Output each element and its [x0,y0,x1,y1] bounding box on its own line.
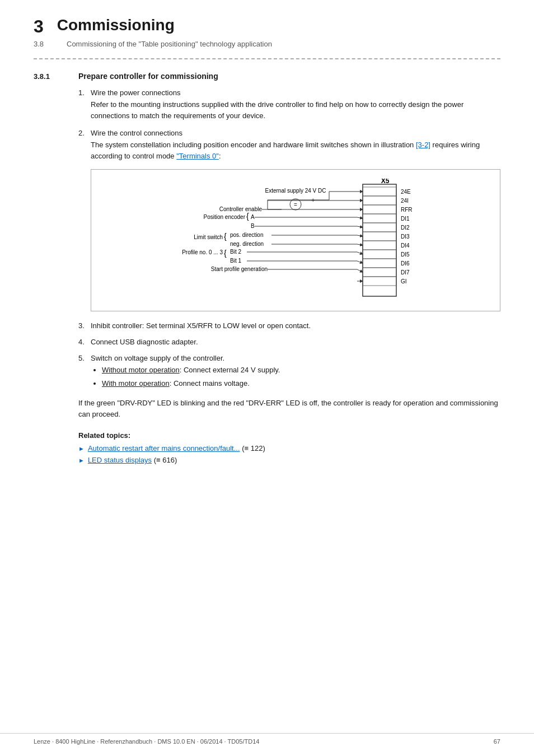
dashed-divider [34,58,500,59]
terminal-24i: 24I [401,198,409,204]
pos-enc-label: Position encoder [204,214,246,220]
terminal-di5: DI5 [401,251,410,258]
terminal-di2: DI2 [401,225,410,231]
terminal-rfr: RFR [401,207,413,213]
link-automatic-restart[interactable]: Automatic restart after mains connection… [88,444,240,452]
profile-no-label: Profile no. 0 ... 3 [182,249,223,255]
x5-label: X5 [381,179,390,185]
steps-list: Wire the power connections Refer to the … [91,88,500,389]
step-1-description: Refer to the mounting instructions suppl… [91,99,500,121]
bullet-with-motor: With motor operation: Connect mains volt… [102,378,500,389]
chapter-number: 3 [34,17,44,36]
svg-line-36 [357,252,363,254]
svg-line-28 [357,217,363,218]
diagram-svg: X5 24E 24I RFR [139,179,452,302]
with-motor-text: With motor operation [102,379,170,388]
wiring-diagram: X5 24E 24I RFR [91,169,500,311]
terminal-di7: DI7 [401,269,410,276]
step-4-label: Connect USB diagnostic adapter. [91,338,500,346]
related-link-1: ► Automatic restart after mains connecti… [78,444,500,452]
related-topics-label: Related topics: [78,431,500,440]
terminal-gi: GI [401,278,407,284]
related-link-2: ► LED status displays (≡ 616) [78,456,500,464]
bit2-label: Bit 2 [230,249,241,255]
step-5-bullets: Without motor operation: Connect externa… [102,365,500,389]
bit1-label: Bit 1 [230,258,241,264]
brace-pos: { [246,212,249,221]
svg-line-32 [357,235,363,236]
step-1: Wire the power connections Refer to the … [91,88,500,121]
pos-dir-label: pos. direction [230,232,263,238]
svg-line-34 [357,244,363,245]
brace-profile: { [224,249,227,258]
section-number: 3.8 [34,40,53,48]
related-topics-section: Related topics: ► Automatic restart afte… [78,431,500,464]
ctrl-enable-label: Controller enable [219,206,263,212]
svg-line-38 [357,261,363,263]
supply-label: External supply 24 V DC [265,188,326,194]
svg-line-40 [357,269,363,272]
arrow-icon-1: ► [78,445,85,452]
link-3-2[interactable]: [3-2] [416,141,430,149]
brace-limit: { [224,232,227,241]
chapter-title: Commissioning [57,17,175,34]
info-paragraph: If the green "DRV-RDY" LED is blinking a… [78,398,500,420]
link-terminals-0[interactable]: "Terminals 0" [176,152,219,160]
pos-a-label: A [251,214,255,220]
step-2-label: Wire the control connections [91,129,500,137]
step-5: Switch on voltage supply of the controll… [91,354,500,389]
section-title: Commissioning of the "Table positioning"… [67,40,272,48]
dc-symbol: = [294,202,297,208]
neg-dir-label: neg. direction [230,241,264,247]
terminal-di3: DI3 [401,234,410,240]
subsection-title: Prepare controller for commissioning [78,72,218,81]
terminal-di1: DI1 [401,216,410,222]
start-profile-label: Start profile generation [211,266,268,272]
ref-1: (≡ 122) [242,444,265,452]
content-area: Wire the power connections Refer to the … [78,88,500,464]
without-motor-text: Without motor operation [102,366,180,374]
arrow-icon-2: ► [78,457,85,464]
step-2: Wire the control connections The system … [91,129,500,311]
page-footer: Lenze · 8400 HighLine · Referenzhandbuch… [0,733,534,745]
link-led-status[interactable]: LED status displays [88,456,152,464]
footer-page: 67 [494,738,500,745]
step-3-label: Inhibit controller: Set terminal X5/RFR … [91,321,500,330]
step-5-label: Switch on voltage supply of the controll… [91,354,500,362]
svg-rect-0 [363,184,396,296]
svg-line-30 [357,226,363,227]
pos-b-label: B [251,223,255,229]
steps-wrapper: Wire the power connections Refer to the … [91,88,500,389]
step-3: Inhibit controller: Set terminal X5/RFR … [91,321,500,330]
subsection-number: 3.8.1 [34,72,78,81]
step-2-description: The system constellation including posit… [91,139,500,161]
page-header: 3 Commissioning [34,17,500,36]
terminal-di6: DI6 [401,260,410,267]
page-container: 3 Commissioning 3.8 Commissioning of the… [0,0,534,756]
step-4: Connect USB diagnostic adapter. [91,338,500,346]
footer-text: Lenze · 8400 HighLine · Referenzhandbuch… [34,738,259,745]
section-header: 3.8 Commissioning of the "Table position… [34,40,500,48]
terminal-24e: 24E [401,189,411,195]
ref-2: (≡ 616) [154,456,177,464]
subsection-header: 3.8.1 Prepare controller for commissioni… [34,72,500,81]
step-1-label: Wire the power connections [91,88,500,97]
limit-switch-label: Limit switch [194,234,223,240]
bullet-without-motor: Without motor operation: Connect externa… [102,365,500,376]
terminal-di4: DI4 [401,242,410,249]
